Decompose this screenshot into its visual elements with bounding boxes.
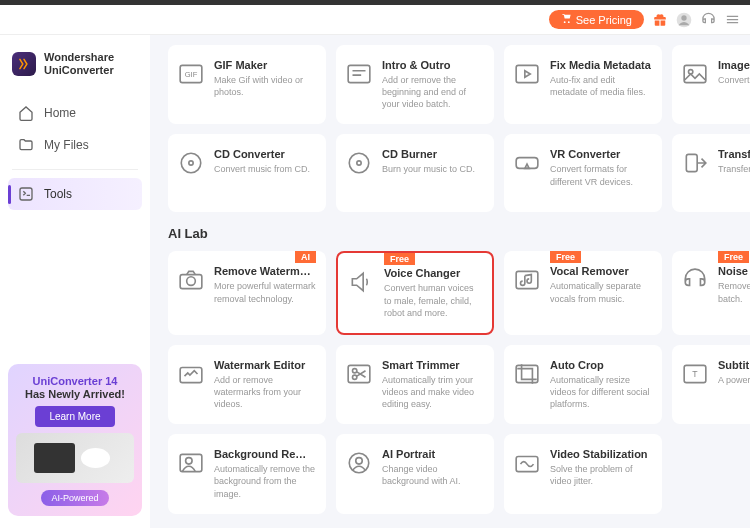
- card-icon: [682, 61, 708, 87]
- card-title: Fix Media Metadata: [550, 59, 652, 71]
- card-title: Vocal Remover: [550, 265, 652, 277]
- tools-icon: [18, 186, 34, 202]
- card-desc: Solve the problem of video jitter.: [550, 463, 652, 487]
- svg-rect-15: [686, 155, 697, 172]
- gift-icon[interactable]: [652, 12, 668, 28]
- svg-point-17: [187, 277, 196, 286]
- svg-marker-7: [525, 71, 530, 78]
- card-desc: A powerf editing to: [718, 374, 750, 386]
- svg-point-1: [681, 15, 686, 20]
- card-desc: Automatically trim your videos and make …: [382, 374, 484, 410]
- tool-card[interactable]: Watermark EditorAdd or remove watermarks…: [168, 345, 326, 424]
- tool-card[interactable]: Background RemoverAutomatically remove t…: [168, 434, 326, 513]
- user-icon[interactable]: [676, 12, 692, 28]
- tool-card[interactable]: Intro & OutroAdd or remove the beginning…: [336, 45, 494, 124]
- svg-text:T: T: [692, 369, 698, 379]
- tool-card[interactable]: Smart TrimmerAutomatically trim your vid…: [336, 345, 494, 424]
- cart-icon: [561, 13, 572, 26]
- card-title: Image C: [718, 59, 750, 71]
- svg-rect-2: [20, 188, 32, 200]
- card-icon: [514, 450, 540, 476]
- tool-card[interactable]: CD ConverterConvert music from CD.: [168, 134, 326, 212]
- learn-more-button[interactable]: Learn More: [35, 406, 114, 427]
- card-desc: Convert i formats.: [718, 74, 750, 86]
- sidebar-item-files[interactable]: My Files: [8, 129, 142, 161]
- see-pricing-button[interactable]: See Pricing: [549, 10, 644, 29]
- tool-card[interactable]: VR ConverterConvert formats for differen…: [504, 134, 662, 212]
- card-icon: T: [682, 361, 708, 387]
- tool-card[interactable]: FreeVocal RemoverAutomatically separate …: [504, 251, 662, 334]
- card-desc: Remove t noise fro batch.: [718, 280, 750, 304]
- card-title: Background Remover: [214, 448, 316, 460]
- tool-card[interactable]: Video StabilizationSolve the problem of …: [504, 434, 662, 513]
- card-title: AI Portrait: [382, 448, 484, 460]
- card-desc: More powerful watermark removal technolo…: [214, 280, 316, 304]
- svg-text:GIF: GIF: [185, 70, 198, 79]
- card-title: Video Stabilization: [550, 448, 652, 460]
- headset-icon[interactable]: [700, 12, 716, 28]
- svg-point-27: [186, 458, 193, 465]
- card-icon: [348, 269, 374, 295]
- sidebar-item-home[interactable]: Home: [8, 97, 142, 129]
- sidebar-item-label: Tools: [44, 187, 72, 201]
- card-desc: Convert human voices to male, female, ch…: [384, 282, 482, 318]
- card-badge: Free: [550, 251, 581, 263]
- section-ailab: AI Lab: [168, 226, 750, 241]
- card-icon: GIF: [178, 61, 204, 87]
- card-title: Watermark Editor: [214, 359, 316, 371]
- card-desc: Make Gif with video or photos.: [214, 74, 316, 98]
- card-title: Intro & Outro: [382, 59, 484, 71]
- sidebar: Wondershare UniConverter Home My Files T…: [0, 35, 150, 528]
- sidebar-item-label: My Files: [44, 138, 89, 152]
- svg-rect-8: [684, 65, 706, 82]
- card-icon: [346, 450, 372, 476]
- card-title: Noise R: [718, 265, 750, 277]
- card-icon: [178, 361, 204, 387]
- card-icon: [346, 361, 372, 387]
- tool-card[interactable]: TransferTransfer y device.: [672, 134, 750, 212]
- brand-logo-icon: [12, 52, 36, 76]
- card-desc: Automatically resize videos for differen…: [550, 374, 652, 410]
- folder-icon: [18, 137, 34, 153]
- tool-card[interactable]: CD BurnerBurn your music to CD.: [336, 134, 494, 212]
- tool-card[interactable]: Fix Media MetadataAuto-fix and edit meta…: [504, 45, 662, 124]
- tool-card[interactable]: FreeVoice ChangerConvert human voices to…: [336, 251, 494, 334]
- card-title: Subtitle: [718, 359, 750, 371]
- card-title: CD Burner: [382, 148, 484, 160]
- promo-subtitle: Has Newly Arrived!: [16, 388, 134, 400]
- card-badge: AI: [295, 251, 316, 263]
- sidebar-item-label: Home: [44, 106, 76, 120]
- card-badge: Free: [718, 251, 749, 263]
- menu-icon[interactable]: [724, 12, 740, 28]
- card-title: Auto Crop: [550, 359, 652, 371]
- home-icon: [18, 105, 34, 121]
- card-icon: [178, 450, 204, 476]
- card-title: CD Converter: [214, 148, 316, 160]
- promo-title: UniConverter 14: [16, 374, 134, 388]
- card-title: Transfer: [718, 148, 750, 160]
- svg-point-10: [181, 154, 201, 174]
- tool-card[interactable]: TSubtitleA powerf editing to: [672, 345, 750, 424]
- divider: [12, 169, 138, 170]
- tool-card[interactable]: GIFGIF MakerMake Gif with video or photo…: [168, 45, 326, 124]
- card-title: Remove Watermark ...: [214, 265, 316, 277]
- tool-card[interactable]: Image CConvert i formats.: [672, 45, 750, 124]
- card-icon: [514, 267, 540, 293]
- promo-badge: AI-Powered: [41, 490, 108, 506]
- brand: Wondershare UniConverter: [8, 47, 142, 81]
- card-desc: Automatically separate vocals from music…: [550, 280, 652, 304]
- card-desc: Auto-fix and edit metadate of media file…: [550, 74, 652, 98]
- sidebar-item-tools[interactable]: Tools: [8, 178, 142, 210]
- tool-card[interactable]: Auto CropAutomatically resize videos for…: [504, 345, 662, 424]
- card-desc: Automatically remove the background from…: [214, 463, 316, 499]
- card-icon: [682, 267, 708, 293]
- tool-card[interactable]: FreeNoise RRemove t noise fro batch.: [672, 251, 750, 334]
- card-icon: [178, 267, 204, 293]
- tool-card[interactable]: AIRemove Watermark ...More powerful wate…: [168, 251, 326, 334]
- svg-point-22: [353, 375, 357, 379]
- svg-point-12: [349, 154, 369, 174]
- card-badge: Free: [384, 253, 415, 265]
- main-content: GIFGIF MakerMake Gif with video or photo…: [150, 35, 750, 528]
- card-icon: [682, 150, 708, 176]
- tool-card[interactable]: AI PortraitChange video background with …: [336, 434, 494, 513]
